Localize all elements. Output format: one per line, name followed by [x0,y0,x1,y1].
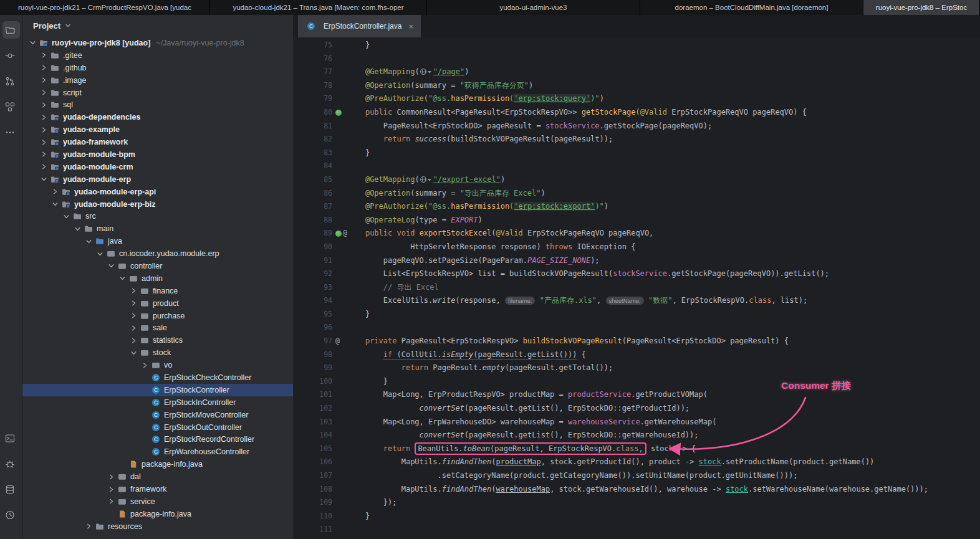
tree-item-erpstockmovecontroller[interactable]: CErpStockMoveController [22,409,293,421]
open-in-http-client-icon[interactable] [420,176,426,183]
tree-item-github[interactable]: .github [22,62,293,74]
tree-item-erpstockrecordcontroller[interactable]: CErpStockRecordController [22,434,293,446]
chevron-down-icon[interactable] [95,249,105,259]
chevron-down-icon[interactable] [61,211,72,222]
code-line-111[interactable]: 111 [293,523,980,537]
tree-item-image[interactable]: .image [22,74,293,87]
tree-item-vo[interactable]: vo [22,359,293,371]
code-line-97[interactable]: 97@ private PageResult<ErpStockRespVO> b… [293,335,980,348]
chevron-right-icon[interactable] [39,75,49,85]
tree-item-erpstockoutcontroller[interactable]: CErpStockOutController [22,421,293,434]
tree-item-yudao-module-erp-api[interactable]: yudao-module-erp-api [22,186,293,198]
code-line-78[interactable]: 78 @Operation(summary = "获得产品库存分页") [293,79,980,93]
chevron-down-icon[interactable] [72,224,83,234]
code-line-83[interactable]: 83 } [293,146,980,160]
code-line-100[interactable]: 100 } [293,375,980,389]
tree-item-erpstockincontroller[interactable]: CErpStockInController [22,396,293,409]
window-tab-yudao-ui-admin-vue3[interactable]: yudao-ui-admin-vue3 [427,0,640,15]
code-line-77[interactable]: 77 @GetMapping("/page") [293,65,980,79]
chevron-right-icon[interactable] [140,360,150,371]
code-line-104[interactable]: 104 convertSet(pageResult.getList(), Erp… [293,429,980,442]
code-line-86[interactable]: 86 @Operation(summary = "导出产品库存 Excel") [293,187,980,201]
code-line-91[interactable]: 91 pageReqVO.setPageSize(PageParam.PAGE_… [293,254,980,268]
chevron-right-icon[interactable] [128,323,139,333]
chevron-right-icon[interactable] [128,285,139,296]
code-line-76[interactable]: 76 [293,52,980,66]
chevron-right-icon[interactable] [106,472,117,482]
code-line-87[interactable]: 87 @PreAuthorize("@ss.hasPermission('erp… [293,200,980,214]
chevron-down-icon[interactable] [50,199,60,209]
chevron-down-icon[interactable] [84,236,94,247]
code-line-79[interactable]: 79 @PreAuthorize("@ss.hasPermission('erp… [293,92,980,106]
code-line-103[interactable]: 103 Map<Long, ErpWarehouseDO> warehouseM… [293,416,980,429]
window-tab-doraemon-bootclouddiffmain-jav[interactable]: doraemon – BootCloudDiffMain.java [dorae… [640,0,863,15]
code-line-88[interactable]: 88 @OperateLog(type = EXPORT) [293,214,980,227]
code-line-105[interactable]: 105 return BeanUtils.toBean(pageResult, … [293,442,980,456]
tree-item-sql[interactable]: sql [22,98,293,111]
window-tab-ruoyi-vue-pro-jdk8-erpstoc[interactable]: ruoyi-vue-pro-jdk8 – ErpStoc [863,0,980,15]
tree-item-finance[interactable]: finance [22,285,293,297]
tree-item-src[interactable]: src [22,210,293,222]
window-tab-ruoyi-vue-pro-jdk21-crmproduct[interactable]: ruoyi-vue-pro-jdk21 – CrmProductRespVO.j… [0,0,210,15]
tree-item-yudao-module-bpm[interactable]: yudao-module-bpm [22,148,293,161]
chevron-down-icon[interactable] [117,273,128,284]
chevron-right-icon[interactable] [39,125,49,135]
tree-item-yudao-module-erp[interactable]: yudao-module-erp [22,173,293,186]
tree-item-yudao-framework[interactable]: yudao-framework [22,136,293,148]
chevron-right-icon[interactable] [39,137,49,148]
code-line-85[interactable]: 85 @GetMapping("/export-excel") [293,173,980,187]
chevron-right-icon[interactable] [50,186,60,197]
tree-item-package-info-java[interactable]: package-info.java [22,508,293,520]
chevron-right-icon[interactable] [39,100,49,110]
tree-item-yudao-example[interactable]: yudao-example [22,123,293,136]
tree-item-yudao-module-erp-biz[interactable]: yudao-module-erp-biz [22,198,293,211]
services-button[interactable] [2,480,20,498]
code-line-84[interactable]: 84 [293,160,980,173]
code-line-75[interactable]: 75 } [293,39,980,52]
chevron-right-icon[interactable] [39,161,49,172]
chevron-right-icon[interactable] [39,112,49,123]
code-line-94[interactable]: 94 ExcelUtils.write(response, filename: … [293,294,980,308]
pull-requests-button[interactable] [2,72,20,90]
chevron-right-icon[interactable] [128,310,139,321]
annotation-gutter-icon[interactable]: @ [343,227,347,241]
chevron-right-icon[interactable] [106,484,117,495]
tree-item-controller[interactable]: controller [22,260,293,272]
close-tab-icon[interactable]: × [408,22,413,31]
code-line-96[interactable]: 96 [293,321,980,335]
structure-button[interactable] [2,98,20,115]
open-in-http-client-icon[interactable] [420,69,426,75]
tree-item-package-info-java[interactable]: package-info.java [22,458,293,470]
tree-item-stock[interactable]: stock [22,346,293,359]
chevron-right-icon[interactable] [39,62,49,73]
tree-item-yudao-module-crm[interactable]: yudao-module-crm [22,161,293,173]
chevron-right-icon[interactable] [128,298,139,308]
chevron-right-icon[interactable] [128,335,139,346]
chevron-right-icon[interactable] [106,496,117,507]
code-line-98[interactable]: 98 if (CollUtil.isEmpty(pageResult.getLi… [293,348,980,362]
code-line-89[interactable]: 89@ public void exportStockExcel(@Valid … [293,227,980,241]
tree-item-erpstockcheckcontroller[interactable]: CErpStockCheckController [22,371,293,384]
code-line-90[interactable]: 90 HttpServletResponse response) throws … [293,241,980,254]
tree-item-statistics[interactable]: statistics [22,334,293,346]
code-line-95[interactable]: 95 } [293,308,980,322]
code-line-81[interactable]: 81 PageResult<ErpStockDO> pageResult = s… [293,120,980,133]
tree-item-sale[interactable]: sale [22,322,293,334]
tree-item-gitee[interactable]: .gitee [22,49,293,62]
code-line-92[interactable]: 92 List<ErpStockRespVO> list = buildStoc… [293,267,980,281]
code-editor[interactable]: 75 }7677 @GetMapping("/page")78 @Operati… [293,37,980,539]
chevron-down-icon[interactable] [106,260,117,271]
code-line-107[interactable]: 107 .setCategoryName(product.getCategory… [293,469,980,483]
tree-item-resources[interactable]: resources [22,520,293,533]
chevron-right-icon[interactable] [84,521,94,532]
run-gutter-icon[interactable] [335,231,342,237]
chevron-down-icon[interactable] [27,37,38,48]
code-line-93[interactable]: 93 // 导出 Excel [293,281,980,295]
tree-item-main[interactable]: main [22,222,293,235]
window-tab-yudao-cloud-jdk21-trans-java-m[interactable]: yudao-cloud-jdk21 – Trans.java [Maven: c… [210,0,427,15]
chevron-right-icon[interactable] [39,87,49,98]
tree-item-dal[interactable]: dal [22,470,293,483]
chevron-down-icon[interactable] [128,348,139,358]
code-line-108[interactable]: 108 MapUtils.findAndThen(warehouseMap, s… [293,483,980,497]
run-gutter-icon[interactable] [335,110,342,116]
